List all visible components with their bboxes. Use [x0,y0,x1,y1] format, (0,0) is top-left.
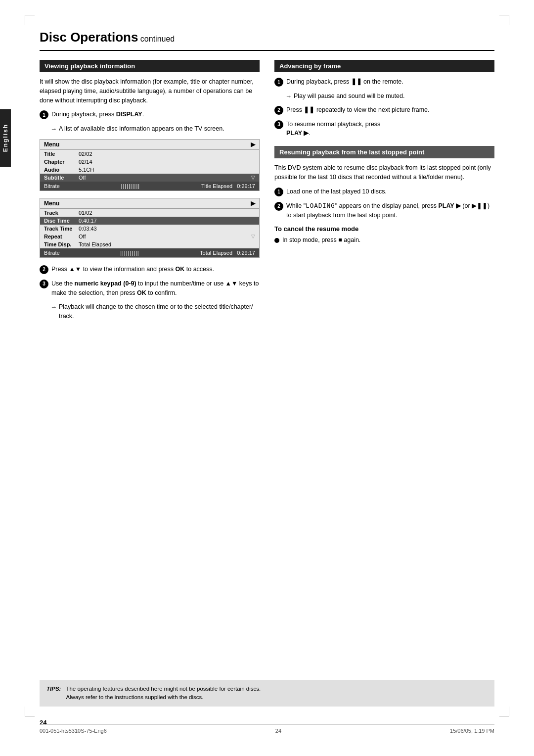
step-3-number: 3 [40,280,48,288]
menu-row-chapter: Chapter 02/14 [40,158,259,166]
arrow-line-3: → Playback will change to the chosen tim… [50,302,260,321]
menu-footer-2: Bitrate |||||||||| Total Elapsed 0:29:17 [40,248,259,257]
resume-step-1: 1 Load one of the last played 10 discs. [274,187,494,196]
advancing-frame-header: Advancing by frame [274,60,494,72]
right-column: Advancing by frame 1 During playback, pr… [274,60,494,325]
right-step-2-number: 2 [274,106,283,115]
menu-header-1: Menu ▶ [40,140,259,150]
step-1-number: 1 [40,110,48,119]
cancel-content: In stop mode, press ■ again. [282,236,360,245]
menu-row-subtitle: Subtitle Off ▽ [40,174,259,182]
menu-display-1: Menu ▶ Title 02/02 Chapter 02/14 Audio 5… [40,139,260,191]
right-step-3: 3 To resume normal playback, pressPLAY ▶… [274,120,494,139]
menu-row-tracktime: Track Time 0:03:43 [40,225,259,233]
page-container: English Disc Operations continued Viewin… [0,0,534,756]
corner-mark-tl [25,15,35,25]
resume-intro: This DVD system able to resume disc play… [274,163,494,182]
corner-mark-tr [499,15,509,25]
left-column: Viewing playback information It will sho… [40,60,260,325]
step-1-content: During playback, press DISPLAY. [51,110,144,119]
step-2-number: 2 [40,265,48,274]
step-2-content: Press ▲▼ to view the information and pre… [51,265,214,274]
step-3-content: Use the numeric keypad (0-9) to input th… [51,279,260,298]
right-step-1-number: 1 [274,78,283,87]
arrow-line-1: → A list of available disc information a… [50,124,260,134]
main-content: Viewing playback information It will sho… [40,60,494,325]
cancel-header: To cancel the resume mode [274,225,494,233]
tips-content: The operating features described here mi… [66,685,261,702]
right-step-3-number: 3 [274,120,283,129]
resume-step-1-content: Load one of the last played 10 discs. [286,187,387,196]
footer: 001-051-hts5310S-75-Eng6 24 15/06/05, 1:… [40,724,494,734]
cancel-step: In stop mode, press ■ again. [274,236,494,245]
tips-label: TIPS: [46,685,61,702]
menu-row-repeat: Repeat Off ▽ [40,233,259,240]
menu-row-timedisp: Time Disp. Total Elapsed [40,240,259,248]
step-3: 3 Use the numeric keypad (0-9) to input … [40,279,260,298]
menu-row-audio: Audio 5.1CH [40,166,259,174]
page-title: Disc Operations continued [40,30,494,51]
step-2: 2 Press ▲▼ to view the information and p… [40,265,260,274]
right-step-2: 2 Press ❚❚ repeatedly to view the next p… [274,105,494,115]
cancel-bullet [274,238,279,243]
corner-mark-br [499,707,509,716]
tips-section: TIPS: The operating features described h… [40,680,494,707]
right-step-3-content: To resume normal playback, pressPLAY ▶. [286,120,380,139]
viewing-playback-header: Viewing playback information [40,60,260,72]
resume-step-2-number: 2 [274,202,283,211]
sidebar-language-tab: English [0,109,11,167]
menu-row-track: Track 01/02 [40,209,259,217]
menu-display-2: Menu ▶ Track 01/02 Disc Time 0:40:17 Tra… [40,198,260,258]
right-step-1: 1 During playback, press ❚❚ on the remot… [274,77,494,87]
right-step-2-content: Press ❚❚ repeatedly to view the next pic… [286,105,430,115]
menu-footer-1: Bitrate |||||||||| Title Elapsed 0:29:17 [40,182,259,190]
viewing-intro-text: It will show the disc playback informati… [40,77,260,105]
right-step-1-content: During playback, press ❚❚ on the remote. [286,77,403,87]
menu-header-2: Menu ▶ [40,198,259,209]
footer-right: 15/06/05, 1:19 PM [450,728,494,734]
step-1: 1 During playback, press DISPLAY. [40,110,260,119]
footer-left: 001-051-hts5310S-75-Eng6 [40,728,107,734]
right-arrow-1: → Play will pause and sound will be mute… [285,92,494,101]
menu-row-title: Title 02/02 [40,150,259,158]
resume-step-1-number: 1 [274,188,283,196]
resume-step-2-content: While "LOADING" appears on the display p… [286,201,494,221]
footer-center: 24 [275,728,281,734]
menu-row-disctime: Disc Time 0:40:17 [40,217,259,225]
resume-header: Resuming playback from the last stopped … [274,146,494,158]
resume-step-2: 2 While "LOADING" appears on the display… [274,201,494,221]
corner-mark-bl [25,707,35,716]
